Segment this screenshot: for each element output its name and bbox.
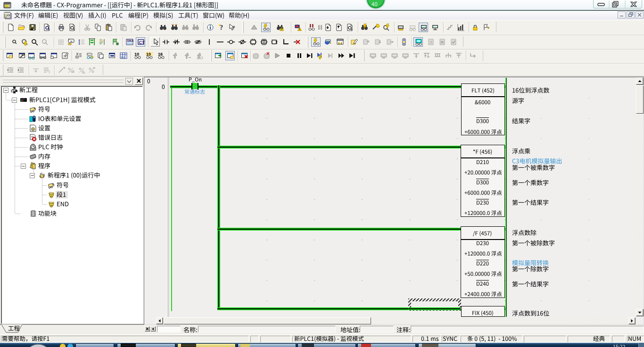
svg-text:CT: CT bbox=[139, 40, 144, 45]
svg-text:SMA: SMA bbox=[127, 39, 133, 42]
svg-text:2: 2 bbox=[430, 40, 432, 44]
svg-text:012: 012 bbox=[121, 56, 125, 59]
svg-text:?: ? bbox=[232, 25, 235, 30]
svg-text:16: 16 bbox=[158, 52, 163, 57]
svg-text:10: 10 bbox=[146, 52, 151, 57]
svg-text:?: ? bbox=[220, 24, 223, 31]
svg-text:w: w bbox=[70, 40, 73, 42]
svg-text:10: 10 bbox=[134, 52, 139, 57]
